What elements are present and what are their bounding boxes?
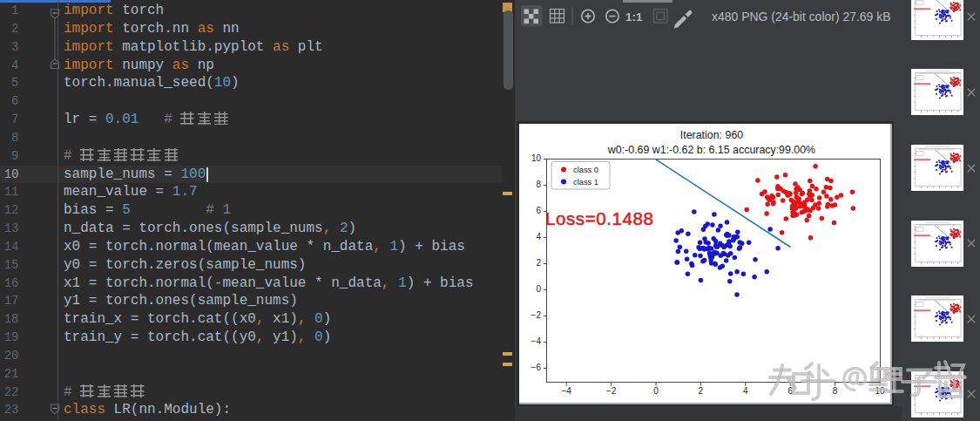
svg-text:6: 6 — [536, 206, 541, 215]
svg-text:−4: −4 — [531, 336, 542, 346]
svg-text:−2: −2 — [606, 386, 617, 396]
svg-text:−2: −2 — [531, 310, 542, 320]
svg-text:1:1: 1:1 — [625, 10, 643, 24]
svg-text:w0:-0.69 w1:-0.62 b: 6.15 accu: w0:-0.69 w1:-0.62 b: 6.15 accuracy:99.00… — [607, 144, 815, 156]
svg-text:10: 10 — [531, 153, 542, 163]
svg-text:8: 8 — [536, 180, 541, 189]
svg-text:Iteration: 960: Iteration: 960 — [680, 129, 743, 141]
svg-text:class 1: class 1 — [573, 178, 598, 187]
svg-text:−4: −4 — [561, 386, 571, 396]
svg-text:2: 2 — [699, 386, 704, 396]
svg-text:0: 0 — [653, 386, 659, 396]
svg-text:Loss=0.1488: Loss=0.1488 — [545, 208, 654, 228]
svg-text:−6: −6 — [531, 363, 542, 372]
svg-text:class 0: class 0 — [573, 166, 598, 174]
svg-text:0: 0 — [536, 284, 541, 294]
svg-text:4: 4 — [743, 386, 748, 396]
svg-text:4: 4 — [536, 232, 541, 241]
svg-text:2: 2 — [536, 258, 541, 268]
